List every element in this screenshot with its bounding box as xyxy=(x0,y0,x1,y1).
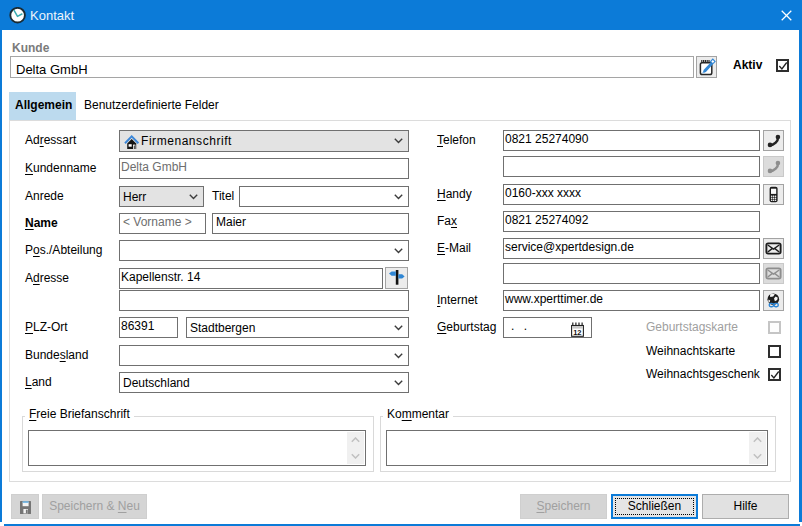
svg-text:12: 12 xyxy=(573,328,581,337)
